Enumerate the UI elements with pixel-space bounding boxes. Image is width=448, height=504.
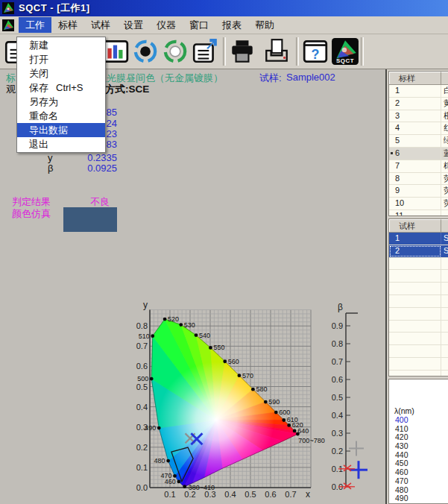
color-simulation-swatch [63,207,117,232]
standards-table: 标样1白2黄3橙4红5绿6蓝7棕8荧9荧10荧11 [388,71,448,216]
svg-text:x: x [306,489,310,500]
wavelength-470[interactable]: 470 [389,477,448,486]
help-icon[interactable]: ? [301,37,329,66]
document-gamut-icon [2,19,14,31]
menu-bar: 工作标样试样设置仪器窗口报表帮助 [0,16,448,34]
standards-row-5[interactable]: 5绿 [389,135,448,148]
samples-empty-row[interactable] [389,295,448,308]
svg-text:480: 480 [154,457,165,464]
value-y: 0.2335 [45,152,117,163]
sample-name: Sample002 [286,72,335,83]
samples-empty-row[interactable] [389,371,448,377]
svg-text:510: 510 [139,333,150,340]
wavelength-490[interactable]: 490 [389,494,448,503]
title-bar[interactable]: SQCT - [工作1] [0,0,448,16]
toolbar-separator [223,37,226,66]
standards-row-2[interactable]: 2黄 [389,98,448,110]
menu-仪器[interactable]: 仪器 [150,17,183,33]
file-menu-item-另存为[interactable]: 另存为 [17,95,105,109]
svg-text:0.3: 0.3 [204,490,215,499]
value-beta: 0.0925 [45,163,117,174]
svg-text:0.6: 0.6 [265,490,276,499]
menu-窗口[interactable]: 窗口 [183,17,215,33]
samples-empty-row[interactable] [389,321,448,333]
standards-row-4[interactable]: 4红 [389,122,448,135]
svg-text:0.7: 0.7 [136,341,148,350]
svg-text:0.5: 0.5 [244,490,256,499]
svg-text:520: 520 [168,315,179,323]
standards-row-9[interactable]: 9荧 [389,185,448,198]
wavelength-400[interactable]: 400 [389,416,448,425]
file-menu-item-关闭[interactable]: 关闭 [17,66,105,81]
svg-text:0.3: 0.3 [136,423,148,432]
file-menu-item-新建[interactable]: 新建 [17,38,105,52]
wavelength-430[interactable]: 430 [389,442,448,451]
measure-mode-text: 方式:SCE [105,83,149,96]
svg-text:540: 540 [199,332,210,339]
svg-text:0.3: 0.3 [332,429,343,438]
svg-text:0.7: 0.7 [285,490,296,499]
toolbar-separator [361,37,364,66]
standards-row-7[interactable]: 7棕 [389,160,448,173]
standard-target-icon[interactable] [131,37,160,66]
samples-empty-row[interactable] [389,358,448,371]
standards-row-11[interactable]: 11 [389,210,448,216]
file-menu-item-导出数据[interactable]: 导出数据 [17,123,105,137]
sample-target-icon[interactable] [161,37,189,66]
svg-text:590: 590 [268,398,280,406]
standards-row-3[interactable]: 3橙 [389,110,448,123]
svg-text:0.6: 0.6 [332,375,343,384]
svg-text:?: ? [312,47,320,62]
samples-row-1[interactable]: 1S [389,233,448,245]
svg-text:0.2: 0.2 [136,443,148,452]
svg-text:570: 570 [242,372,253,379]
file-menu-item-保存[interactable]: 保存Ctrl+S [17,81,105,95]
sqct-app-icon [2,2,14,14]
standards-row-6[interactable]: 6蓝 [389,148,448,160]
menu-标样[interactable]: 标样 [51,17,84,33]
samples-empty-row[interactable] [389,333,448,345]
samples-row-2[interactable]: 2S [389,245,448,258]
menu-设置[interactable]: 设置 [117,17,150,33]
export-report-icon[interactable] [191,37,219,66]
menu-工作[interactable]: 工作 [19,17,51,33]
svg-text:580: 580 [256,385,267,393]
svg-text:0.0: 0.0 [136,483,148,492]
svg-text:0.7: 0.7 [332,357,343,366]
file-menu-item-重命名[interactable]: 重命名 [17,109,105,123]
table-header: 标样 [389,72,448,85]
svg-text:700~780: 700~780 [298,437,324,444]
svg-text:0.2: 0.2 [332,447,343,456]
samples-empty-row[interactable] [389,258,448,271]
svg-text:560: 560 [228,358,239,365]
file-menu-dropdown: 新建打开关闭保存Ctrl+S另存为重命名导出数据退出 [16,37,106,153]
svg-text:0.4: 0.4 [224,490,236,499]
svg-text:0.1: 0.1 [164,490,175,499]
print-icon[interactable] [228,37,256,66]
standards-row-1[interactable]: 1白 [389,85,448,98]
samples-empty-row[interactable] [389,345,448,358]
svg-text:550: 550 [213,344,224,351]
menu-报表[interactable]: 报表 [215,17,248,33]
samples-empty-row[interactable] [389,283,448,295]
observer-row-label: 观 [6,83,16,96]
menu-试样[interactable]: 试样 [84,17,117,33]
samples-empty-row[interactable] [389,270,448,283]
color-simulation-label: 颜色仿真 [12,207,51,221]
menu-帮助[interactable]: 帮助 [248,17,281,33]
print-preview-icon[interactable] [262,37,291,66]
svg-text:0.9: 0.9 [332,321,343,330]
standards-row-10[interactable]: 10荧 [389,198,448,210]
svg-text:0.5: 0.5 [136,382,148,391]
samples-empty-row[interactable] [389,308,448,321]
file-menu-item-打开[interactable]: 打开 [17,52,105,66]
sqct-logo-icon[interactable]: SQCT [331,37,359,66]
wavelength-panel: λ(nm)400410420430440450460470480490 [388,379,448,504]
svg-text:0.2: 0.2 [184,490,195,499]
standards-row-8[interactable]: 8荧 [389,173,448,186]
window-title: SQCT - [工作1] [19,1,90,15]
toolbar-separator [296,37,299,66]
svg-text:0.4: 0.4 [332,411,343,420]
application-window: SQCT - [工作1] 工作标样试样设置仪器窗口报表帮助 [0,0,448,504]
file-menu-item-退出[interactable]: 退出 [17,137,105,151]
